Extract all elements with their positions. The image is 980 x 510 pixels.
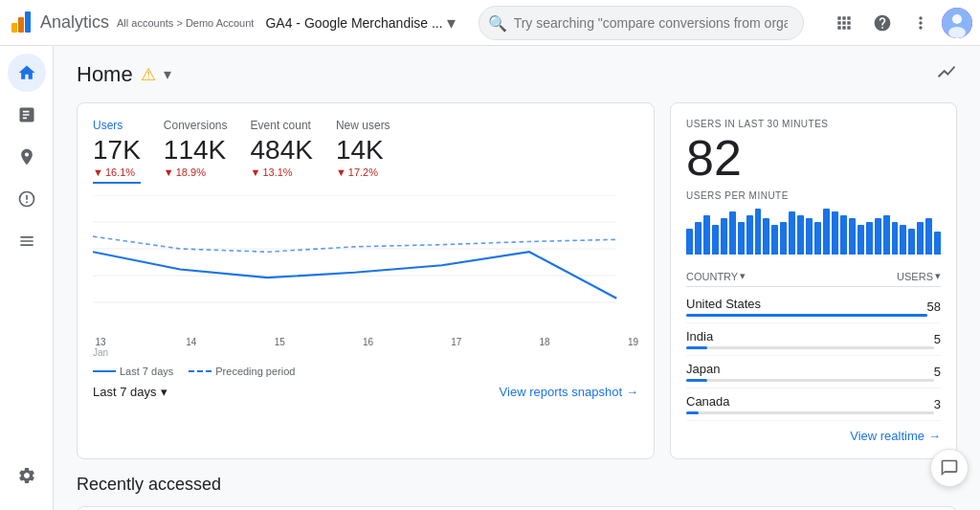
- legend-prev: Preceding period: [189, 366, 295, 377]
- country-row: United States 58: [686, 291, 941, 323]
- col-header-country[interactable]: COUNTRY ▾: [686, 270, 746, 282]
- search-input[interactable]: [479, 6, 804, 40]
- chart-legend: Last 7 days Preceding period: [93, 366, 638, 377]
- arrow-down-icon: ▼: [164, 166, 174, 178]
- sidebar-item-reports[interactable]: [8, 96, 46, 134]
- metric-new-users: New users 14K ▼ 17.2%: [336, 119, 390, 184]
- metric-events-change: ▼ 13.1%: [251, 166, 313, 178]
- svg-rect-0: [11, 23, 17, 33]
- bar-item: [806, 218, 813, 255]
- col-header-users[interactable]: USERS ▾: [897, 270, 941, 282]
- metrics: Users 17K ▼ 16.1% Conversions 114K ▼: [93, 119, 638, 184]
- breadcrumb: All accounts > Demo Account: [117, 17, 254, 29]
- realtime-bar-chart: [686, 209, 941, 255]
- property-selector[interactable]: GA4 - Google Merchandise ... ▾: [265, 12, 455, 33]
- page-title: Home: [77, 62, 133, 87]
- metric-new-users-value: 14K: [336, 134, 390, 166]
- cards-row: Users 17K ▼ 16.1% Conversions 114K ▼: [77, 102, 957, 459]
- bar-item: [814, 222, 821, 255]
- chart-area: [93, 195, 638, 329]
- bar-item: [755, 209, 762, 255]
- metric-new-users-change: ▼ 17.2%: [336, 166, 390, 178]
- chevron-down-icon[interactable]: ▾: [164, 65, 171, 83]
- help-icon[interactable]: [865, 6, 900, 40]
- bar-item: [703, 215, 710, 255]
- x-label-4: 17: [451, 337, 461, 358]
- period-selector[interactable]: Last 7 days ▾: [93, 385, 167, 399]
- arrow-right-icon: →: [626, 385, 638, 399]
- svg-rect-1: [18, 17, 24, 33]
- avatar[interactable]: [942, 8, 972, 38]
- realtime-value: 82: [686, 133, 941, 183]
- bar-item: [849, 218, 856, 255]
- sidebar-item-settings[interactable]: [8, 456, 46, 495]
- country-users: 5: [934, 332, 941, 346]
- bar-item: [729, 211, 736, 255]
- svg-rect-2: [25, 11, 31, 33]
- legend-prev-label: Preceding period: [215, 366, 295, 377]
- view-realtime-link[interactable]: View realtime →: [850, 429, 941, 443]
- main-content: Home ⚠ ▾ Users 17K ▼: [54, 46, 980, 510]
- legend-current: Last 7 days: [93, 366, 173, 377]
- country-row: Japan 5: [686, 356, 941, 388]
- bar-item: [925, 218, 932, 255]
- country-table-header: COUNTRY ▾ USERS ▾: [686, 266, 941, 287]
- bar-item: [780, 222, 787, 255]
- legend-line-dashed: [189, 370, 212, 372]
- apps-icon[interactable]: [827, 6, 861, 40]
- arrow-right-icon: →: [928, 429, 941, 443]
- country-users: 3: [934, 397, 941, 411]
- bar-item: [763, 218, 769, 255]
- metric-users-label[interactable]: Users: [93, 119, 141, 132]
- metric-new-users-label[interactable]: New users: [336, 119, 390, 132]
- search-container: 🔍: [479, 6, 804, 40]
- metric-conversions-label[interactable]: Conversions: [164, 119, 228, 132]
- realtime-footer: View realtime →: [686, 429, 941, 443]
- svg-point-4: [952, 14, 962, 24]
- feedback-button[interactable]: [930, 449, 969, 487]
- metric-conversions: Conversions 114K ▼ 18.9%: [164, 119, 228, 184]
- view-reports-link[interactable]: View reports snapshot →: [500, 385, 638, 399]
- bar-item: [883, 215, 890, 255]
- x-label-5: 18: [540, 337, 550, 358]
- sparkline-icon[interactable]: [936, 61, 957, 87]
- metric-events: Event count 484K ▼ 13.1%: [251, 119, 313, 184]
- logo-text: Analytics: [40, 12, 109, 33]
- realtime-card: USERS IN LAST 30 MINUTES 82 USERS PER MI…: [670, 102, 957, 459]
- bar-item: [771, 225, 778, 255]
- bar-item: [858, 225, 864, 255]
- sidebar-item-explore[interactable]: [8, 138, 46, 176]
- country-rows: United States 58 India 5 Japan 5 Canada …: [686, 291, 941, 421]
- recently-accessed-title: Recently accessed: [77, 475, 957, 495]
- search-icon: 🔍: [488, 13, 507, 32]
- bar-item: [686, 229, 693, 255]
- arrow-down-icon: ▼: [93, 166, 103, 178]
- bar-item: [866, 222, 873, 255]
- arrow-down-icon: ▼: [251, 166, 261, 178]
- bar-item: [840, 215, 847, 255]
- bar-item: [712, 225, 719, 255]
- bar-item: [892, 222, 899, 255]
- sidebar-item-home[interactable]: [8, 54, 46, 92]
- realtime-section-label: USERS IN LAST 30 MINUTES: [686, 119, 941, 129]
- bar-item: [789, 211, 795, 255]
- legend-line-solid: [93, 370, 116, 372]
- bar-item: [875, 218, 881, 255]
- legend-current-label: Last 7 days: [120, 366, 173, 377]
- svg-point-5: [948, 27, 966, 38]
- more-options-icon[interactable]: [903, 6, 938, 40]
- metric-events-value: 484K: [251, 134, 313, 166]
- x-label-1: 14: [186, 337, 196, 358]
- country-name: India: [686, 329, 934, 344]
- metric-events-label[interactable]: Event count: [251, 119, 313, 132]
- bar-item: [832, 211, 838, 255]
- home-header: Home ⚠ ▾: [77, 61, 957, 87]
- topbar-actions: [827, 6, 972, 40]
- topbar: Analytics All accounts > Demo Account GA…: [0, 0, 980, 46]
- sidebar-item-configure[interactable]: [8, 222, 46, 260]
- sidebar-item-advertising[interactable]: [8, 180, 46, 218]
- realtime-sublabel: USERS PER MINUTE: [686, 190, 941, 201]
- country-name: Japan: [686, 362, 934, 376]
- country-users: 58: [927, 299, 941, 314]
- sidebar: [0, 46, 54, 510]
